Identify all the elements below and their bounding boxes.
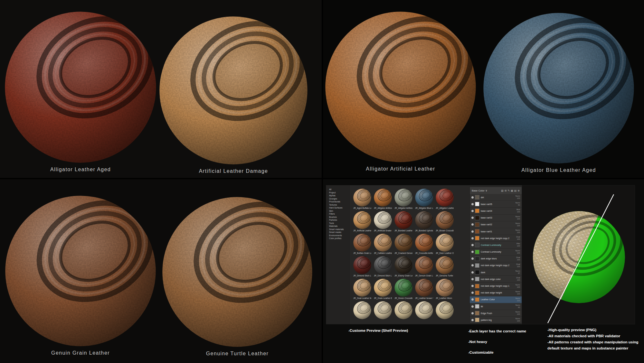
shelf-material[interactable]: JR_Crocodile Artificial... <box>415 234 433 255</box>
shelf-material[interactable]: JR_Alligator Artificial... <box>374 189 392 209</box>
visibility-eye-icon[interactable] <box>471 244 474 246</box>
viewport-3d[interactable] <box>522 185 635 324</box>
shelf-category[interactable]: Textures <box>329 203 350 207</box>
shelf-category[interactable]: Hard Surfaces <box>329 206 350 209</box>
shelf-category[interactable]: Brushes <box>329 216 350 219</box>
shelf-category[interactable]: Procedurals <box>329 200 350 203</box>
shelf-material[interactable] <box>415 301 433 322</box>
shelf-material[interactable]: JR_Genuins Turtle Lea... <box>436 256 454 277</box>
shelf-category[interactable]: Project <box>329 191 350 194</box>
visibility-eye-icon[interactable] <box>471 257 474 260</box>
shelf-category[interactable]: Grunges <box>329 197 350 200</box>
add-layer-icon[interactable]: ⊞ <box>505 189 507 192</box>
shelf-material[interactable]: JR_Leather Worn <box>436 279 454 300</box>
layer-row[interactable]: red dark edge height copy 2 Oval100 <box>470 235 522 242</box>
shelf-category[interactable]: Color profiles <box>329 237 350 240</box>
shelf-material[interactable]: JR_Dimond Stich Leat... <box>374 256 392 277</box>
visibility-eye-icon[interactable] <box>471 230 474 233</box>
material-label: JR_Alligator Artificial... <box>394 207 412 209</box>
shelf-material[interactable]: JR_Brown Crocodile L... <box>436 211 454 232</box>
layer-row[interactable]: base var05 Norm50 <box>470 201 522 208</box>
visibility-eye-icon[interactable] <box>471 251 474 253</box>
shelf-material[interactable]: JR_Artificial Leather D... <box>353 211 371 232</box>
add-effect-icon[interactable]: ✎ <box>507 189 510 192</box>
shelf-category[interactable]: Tools <box>329 222 350 225</box>
visibility-eye-icon[interactable] <box>471 312 474 314</box>
shelf-material[interactable]: JR_Bonded Upholster... <box>415 211 433 232</box>
shelf-material[interactable] <box>353 301 371 322</box>
shelf-material[interactable]: JR_Buffalo Grain Leat... <box>353 234 371 255</box>
channel-selector[interactable]: Base Color <box>472 189 485 192</box>
add-fill-layer-icon[interactable]: ▧ <box>501 189 504 192</box>
layer-row[interactable]: base var04 Mult100 <box>470 208 522 214</box>
shelf-material[interactable]: JR_Calfskin Leather Old <box>374 234 392 255</box>
shelf-material[interactable]: JR_Dimond Stich Leat... <box>353 256 371 277</box>
visibility-eye-icon[interactable] <box>471 292 474 294</box>
visibility-eye-icon[interactable] <box>471 271 474 274</box>
layer-row[interactable]: Contrast Luminosity Pthr100 <box>470 242 522 248</box>
layer-row[interactable]: Edge Push Norm100 <box>470 310 522 317</box>
layer-row[interactable]: red dark edge height copy 1 Norm100 <box>470 283 522 289</box>
visibility-eye-icon[interactable] <box>471 305 474 308</box>
shelf-material[interactable]: JR_Goat Leather Worn <box>353 279 371 300</box>
visibility-eye-icon[interactable] <box>471 319 474 321</box>
shelf-material[interactable]: JR_Grain Leather Bro... <box>374 279 392 300</box>
shelf-material[interactable] <box>374 301 392 322</box>
layer-row[interactable]: Contrast Luminosity Norm100 <box>470 249 522 256</box>
layer-row[interactable]: red dark edge color Oval100 <box>470 276 522 283</box>
shelf-material[interactable]: JR_Leather brown Worn <box>415 279 433 300</box>
visibility-eye-icon[interactable] <box>471 210 474 212</box>
layer-row[interactable]: dark edge blurs Oval100 <box>470 256 522 262</box>
shelf-category[interactable]: Skin <box>329 209 350 213</box>
shelf-material[interactable]: JR_Cracked Genuine ... <box>394 234 412 255</box>
shelf-category[interactable]: Smart masks <box>329 231 350 234</box>
visibility-eye-icon[interactable] <box>471 264 474 266</box>
layer-blend-opacity: Norm100 <box>516 318 520 322</box>
shelf-material[interactable]: JR_Deer Leather Old <box>436 234 454 255</box>
layer-row[interactable]: red dark edge height Norm100 <box>470 290 522 296</box>
visibility-eye-icon[interactable] <box>471 237 474 239</box>
shelf-material[interactable]: JR_Bonded Leather Red <box>394 211 412 232</box>
layer-row[interactable]: dark Norm87 <box>470 269 522 276</box>
visibility-eye-icon[interactable] <box>471 285 474 287</box>
note-line: -Each layer has the correct name <box>468 329 526 333</box>
layer-thumbnail <box>475 256 479 261</box>
layer-row[interactable]: base var01 Norm100 <box>470 228 522 235</box>
shelf-category[interactable]: Smart materials <box>329 228 350 231</box>
layer-row[interactable]: base var03 Norm100 <box>470 215 522 221</box>
layer-row[interactable]: pattern big Norm100 <box>470 317 522 323</box>
shelf-material[interactable]: JR_Artificial Snake Le... <box>374 211 392 232</box>
shelf-material[interactable]: JR_Ebony Grain Leath... <box>394 256 412 277</box>
shelf-material[interactable]: JR_Aged Buffalo Leat... <box>353 189 371 209</box>
layer-row[interactable]: dirt Norm100 <box>470 194 522 201</box>
shelf-category[interactable]: Alphas <box>329 194 350 197</box>
shelf-material[interactable]: JR_Alligator Artificial... <box>394 189 412 209</box>
shelf-material[interactable] <box>436 301 454 322</box>
shelf-category[interactable]: Particles <box>329 219 350 222</box>
shelf-material[interactable] <box>394 301 412 322</box>
note-line: -High-quality preview (PNG) <box>547 328 638 332</box>
layer-row[interactable]: base var02 Norm100 <box>470 221 522 228</box>
add-folder-icon[interactable]: ▤ <box>514 189 517 192</box>
shelf-material[interactable]: JR_Alligator Blue Leat... <box>415 189 433 209</box>
shelf-category[interactable]: Filters <box>329 212 350 216</box>
visibility-eye-icon[interactable] <box>471 278 474 280</box>
layer-row[interactable]: red dark edge height copy 2 Oval100 <box>470 262 522 269</box>
delete-layer-icon[interactable]: ⊗ <box>517 189 520 192</box>
add-mask-icon[interactable]: ▦ <box>511 189 513 192</box>
layer-thumbnail <box>475 250 479 254</box>
visibility-eye-icon[interactable] <box>471 298 474 301</box>
shelf-material[interactable]: JR_Alligator Leather A... <box>436 189 454 209</box>
visibility-eye-icon[interactable] <box>471 196 474 199</box>
shelf-category[interactable]: All <box>329 188 350 191</box>
visibility-eye-icon[interactable] <box>471 223 474 226</box>
layer-name: base var01 <box>481 230 514 233</box>
shelf-material[interactable]: JR_Genuin Grain Leat... <box>415 256 433 277</box>
visibility-eye-icon[interactable] <box>471 217 474 219</box>
layer-row[interactable]: fill Norm60 <box>470 303 522 310</box>
shelf-category[interactable]: Environments <box>329 234 350 237</box>
shelf-category[interactable]: Materials <box>329 225 350 228</box>
visibility-eye-icon[interactable] <box>471 203 474 205</box>
shelf-material[interactable]: JR_Green Crocodile Le... <box>394 279 412 300</box>
layer-row[interactable]: Leather Color Norm100 <box>470 296 522 303</box>
